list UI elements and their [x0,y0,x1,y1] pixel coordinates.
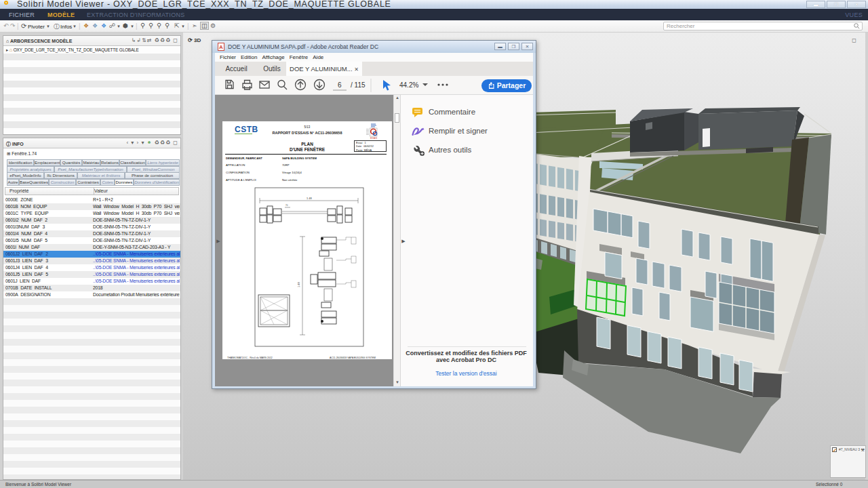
svg-text:1 48: 1 48 [307,197,313,200]
svg-text:ESSAIS: ESSAIS [370,137,377,140]
svg-text:6: 6 [338,81,342,89]
svg-text:1 48: 1 48 [297,281,300,287]
svg-text:70: 70 [285,204,288,207]
svg-text:44.2%: 44.2% [399,81,418,89]
svg-text:A: A [219,44,223,50]
svg-text:/ 115: / 115 [351,81,366,89]
